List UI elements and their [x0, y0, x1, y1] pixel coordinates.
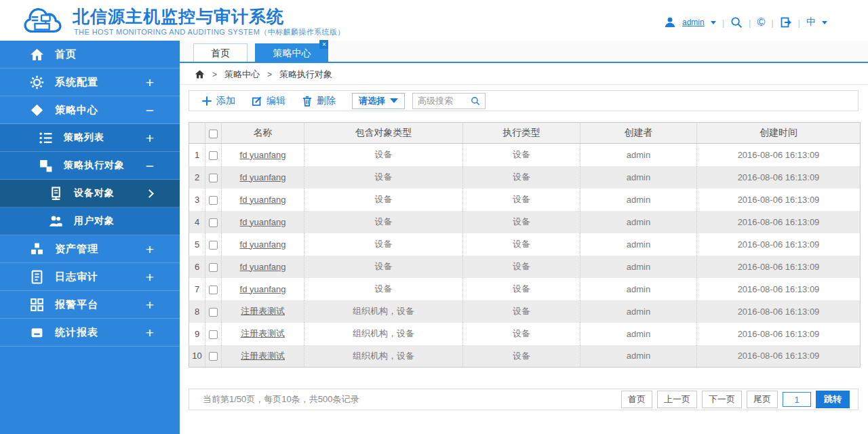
table-header-row: 名称 包含对象类型 执行类型 创建者 创建时间	[189, 123, 861, 144]
sidebar-item-policy-exec-objects[interactable]: 策略执行对象 −	[0, 152, 180, 180]
column-exec-type: 执行类型	[463, 123, 580, 144]
jump-button[interactable]: 跳转	[816, 391, 850, 408]
select-all-checkbox[interactable]	[209, 130, 218, 138]
breadcrumb-home-icon[interactable]	[195, 69, 205, 79]
tab-close-icon[interactable]	[319, 40, 328, 49]
tab-home[interactable]: 首页	[193, 43, 248, 62]
row-checkbox[interactable]	[209, 241, 218, 250]
next-page-button[interactable]: 下一页	[702, 391, 742, 408]
row-name-cell: fd yuanfang	[222, 144, 304, 166]
sidebar-item-alarm-platform[interactable]: 报警平台 +	[0, 291, 180, 319]
expand-plus-icon[interactable]: +	[146, 242, 154, 256]
expand-plus-icon[interactable]: +	[146, 131, 154, 145]
row-name-link[interactable]: fd yuanfang	[240, 284, 286, 294]
row-checkbox-cell	[205, 166, 222, 189]
toolbar: 添加 编辑 删除 请选择	[189, 90, 859, 111]
row-creator: admin	[580, 256, 697, 278]
row-index: 2	[189, 166, 205, 189]
row-index: 1	[189, 144, 205, 166]
sidebar-item-home[interactable]: 首页	[0, 41, 180, 68]
row-checkbox[interactable]	[209, 308, 218, 317]
row-contains-type: 组织机构，设备	[304, 323, 463, 345]
row-checkbox[interactable]	[209, 330, 218, 339]
page-number-input[interactable]	[783, 392, 811, 407]
user-caret-down-icon[interactable]	[711, 21, 716, 24]
row-name-cell: fd yuanfang	[222, 166, 304, 189]
row-checkbox[interactable]	[209, 174, 218, 182]
sidebar-item-user-objects[interactable]: 用户对象	[0, 208, 180, 235]
row-name-link[interactable]: fd yuanfang	[240, 172, 286, 182]
row-name-link[interactable]: 注册表测试	[241, 351, 285, 361]
row-index: 5	[189, 233, 205, 256]
delete-button[interactable]: 删除	[302, 95, 336, 107]
pagination-summary: 当前第1/50页，每页10条，共500条记录	[203, 393, 359, 406]
sidebar-item-system-config[interactable]: 系统配置 +	[0, 68, 180, 96]
language-caret-down-icon[interactable]	[822, 21, 827, 24]
row-created-time: 2016-08-06 16:13:09	[697, 189, 861, 211]
breadcrumb-policy-center[interactable]: 策略中心	[224, 68, 260, 81]
sidebar-item-log-audit[interactable]: 日志审计 +	[0, 263, 180, 291]
search-icon[interactable]	[730, 16, 743, 28]
row-checkbox[interactable]	[209, 285, 218, 294]
row-checkbox[interactable]	[209, 218, 218, 227]
row-name-link[interactable]: fd yuanfang	[240, 195, 286, 205]
row-name-cell: 注册表测试	[222, 345, 304, 368]
expand-plus-icon[interactable]: +	[146, 270, 154, 284]
row-name-link[interactable]: fd yuanfang	[240, 150, 286, 160]
row-exec-type: 设备	[463, 166, 580, 189]
search-submit-icon[interactable]	[471, 96, 480, 106]
row-creator: admin	[580, 323, 697, 345]
table-row: 4fd yuanfang设备设备admin2016-08-06 16:13:09	[189, 211, 861, 233]
row-name-link[interactable]: 注册表测试	[241, 328, 285, 338]
row-name-link[interactable]: 注册表测试	[241, 306, 285, 316]
sidebar-item-asset-management[interactable]: 资产管理 +	[0, 235, 180, 263]
prev-page-button[interactable]: 上一页	[657, 391, 697, 408]
edit-icon	[252, 96, 262, 106]
expand-plus-icon[interactable]: +	[146, 298, 154, 312]
sidebar-item-device-objects[interactable]: 设备对象	[0, 180, 180, 208]
row-created-time: 2016-08-06 16:13:09	[697, 278, 861, 300]
cubes-icon	[30, 242, 44, 256]
row-checkbox[interactable]	[209, 151, 218, 160]
expand-plus-icon[interactable]: +	[146, 75, 154, 90]
copyright-icon[interactable]: ©	[757, 17, 765, 28]
trash-icon	[302, 96, 313, 106]
tab-policy-center[interactable]: 策略中心	[255, 43, 328, 62]
language-toggle[interactable]: 中	[806, 16, 816, 28]
sidebar-item-policy-center[interactable]: 策略中心 −	[0, 96, 180, 124]
expand-plus-icon[interactable]: +	[146, 326, 154, 340]
table-row: 3fd yuanfang设备设备admin2016-08-06 16:13:09	[189, 189, 861, 211]
table-body: 1fd yuanfang设备设备admin2016-08-06 16:13:09…	[189, 144, 861, 368]
sidebar-item-statistics-report[interactable]: 统计报表 +	[0, 319, 180, 347]
row-checkbox-cell	[205, 189, 222, 211]
data-table: 名称 包含对象类型 执行类型 创建者 创建时间 1fd yuanfang设备设备…	[189, 122, 861, 368]
row-contains-type: 设备	[304, 211, 463, 233]
add-button[interactable]: 添加	[201, 95, 235, 107]
column-created-time: 创建时间	[697, 123, 861, 144]
row-name-link[interactable]: fd yuanfang	[240, 217, 286, 227]
sidebar-item-policy-list[interactable]: 策略列表 +	[0, 124, 180, 152]
row-name-cell: fd yuanfang	[222, 233, 304, 256]
last-page-button[interactable]: 尾页	[747, 391, 778, 408]
breadcrumb-policy-exec-objects[interactable]: 策略执行对象	[279, 68, 332, 81]
username-link[interactable]: admin	[682, 18, 705, 27]
logout-icon[interactable]	[780, 16, 792, 28]
breadcrumb: > 策略中心 > 策略执行对象	[180, 64, 868, 85]
row-created-time: 2016-08-06 16:13:09	[697, 300, 861, 323]
row-checkbox[interactable]	[209, 196, 218, 205]
row-name-link[interactable]: fd yuanfang	[240, 239, 286, 250]
row-exec-type: 设备	[463, 211, 580, 233]
row-name-cell: 注册表测试	[222, 323, 304, 345]
advanced-search-input[interactable]	[418, 96, 471, 106]
row-checkbox[interactable]	[209, 263, 218, 272]
separator: |	[722, 18, 724, 28]
row-checkbox-cell	[205, 278, 222, 300]
collapse-minus-icon[interactable]: −	[146, 103, 154, 117]
row-checkbox[interactable]	[209, 352, 218, 361]
row-name-link[interactable]: fd yuanfang	[240, 262, 286, 272]
filter-select[interactable]: 请选择	[352, 93, 405, 109]
first-page-button[interactable]: 首页	[621, 391, 652, 408]
edit-button[interactable]: 编辑	[252, 95, 285, 107]
row-creator: admin	[580, 233, 697, 256]
collapse-minus-icon[interactable]: −	[146, 159, 154, 173]
